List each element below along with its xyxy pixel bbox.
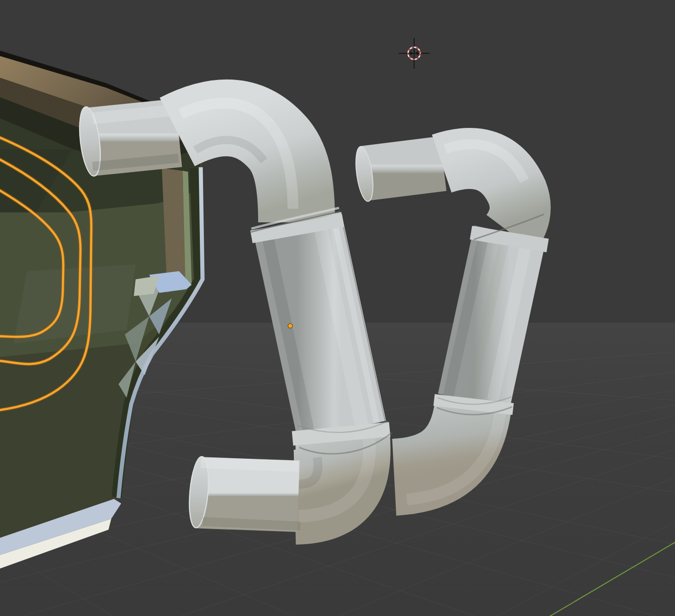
pipe-right-stub[interactable]: [363, 164, 443, 174]
pipe-left-collar-top: [296, 222, 298, 235]
origin-point-marker[interactable]: [288, 324, 293, 328]
pipe-left-collar-bottom: [340, 427, 342, 441]
pipe-right-collar-top: [508, 232, 510, 246]
viewport-canvas[interactable]: [0, 0, 675, 616]
pipe-left-stub-bottom-highlight: [201, 463, 298, 466]
pipe-left-stub-bottom-shadow: [203, 522, 300, 526]
3d-viewport-svg[interactable]: [0, 0, 675, 616]
pipe-left-stub-top[interactable]: [90, 133, 179, 142]
pipe-left-stub-bottom[interactable]: [198, 493, 298, 496]
